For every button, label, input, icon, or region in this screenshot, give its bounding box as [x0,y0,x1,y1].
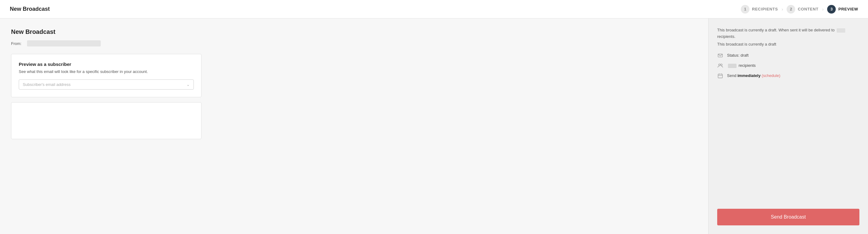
step-3-label: PREVIEW [838,7,858,11]
recipients-icon [717,62,723,68]
status-label: Status: draft [727,53,748,58]
step-chevron-2: › [822,7,824,12]
send-timing-item: Send immediately (schedule) [717,73,859,79]
svg-point-1 [719,64,720,66]
preview-card: Preview as a subscriber See what this em… [11,54,202,97]
header: New Broadcast 1 RECIPIENTS › 2 CONTENT ›… [0,0,868,19]
svg-point-2 [720,64,722,66]
subscriber-select-chevron-icon: ⌄ [186,82,190,87]
broadcast-title: New Broadcast [11,28,697,35]
recipients-item: recipients [717,62,859,68]
from-row: From: [11,40,697,47]
sidebar-draft-info: This broadcast is currently a draft. Whe… [717,27,859,40]
svg-rect-3 [718,74,722,78]
step-1-circle: 1 [741,5,749,14]
recipients-count-placeholder [837,28,845,33]
from-label: From: [11,41,23,46]
email-preview-area [11,102,202,139]
page-title: New Broadcast [10,6,50,12]
steps-nav: 1 RECIPIENTS › 2 CONTENT › 3 PREVIEW [741,5,858,14]
schedule-link[interactable]: (schedule) [762,73,780,78]
step-3[interactable]: 3 PREVIEW [827,5,858,14]
step-1[interactable]: 1 RECIPIENTS [741,5,778,14]
step-2[interactable]: 2 CONTENT [786,5,818,14]
preview-card-title: Preview as a subscriber [19,61,194,67]
sidebar: This broadcast is currently a draft. Whe… [708,19,868,234]
subscriber-email-placeholder: Subscriber's email address [23,82,186,87]
step-chevron-1: › [782,7,783,12]
from-value-placeholder [27,40,101,47]
recipients-text: recipients [727,63,755,68]
subscriber-email-select[interactable]: Subscriber's email address ⌄ [19,79,194,89]
recipients-count-value [728,64,737,68]
step-2-label: CONTENT [798,7,818,11]
step-3-circle: 3 [827,5,836,14]
send-timing-text: Send immediately (schedule) [727,73,780,78]
content-area: New Broadcast From: Preview as a subscri… [0,19,708,234]
main-layout: New Broadcast From: Preview as a subscri… [0,19,868,234]
status-item: Status: draft [717,53,859,58]
send-broadcast-button[interactable]: Send Broadcast [717,209,859,225]
preview-card-description: See what this email will look like for a… [19,69,194,74]
calendar-icon [717,73,723,79]
sidebar-info-list: Status: draft recipients [717,53,859,79]
envelope-icon [717,53,723,58]
step-2-circle: 2 [786,5,795,14]
step-1-label: RECIPIENTS [752,7,778,11]
sidebar-current-status-text: This broadcast is currently a draft [717,42,859,47]
